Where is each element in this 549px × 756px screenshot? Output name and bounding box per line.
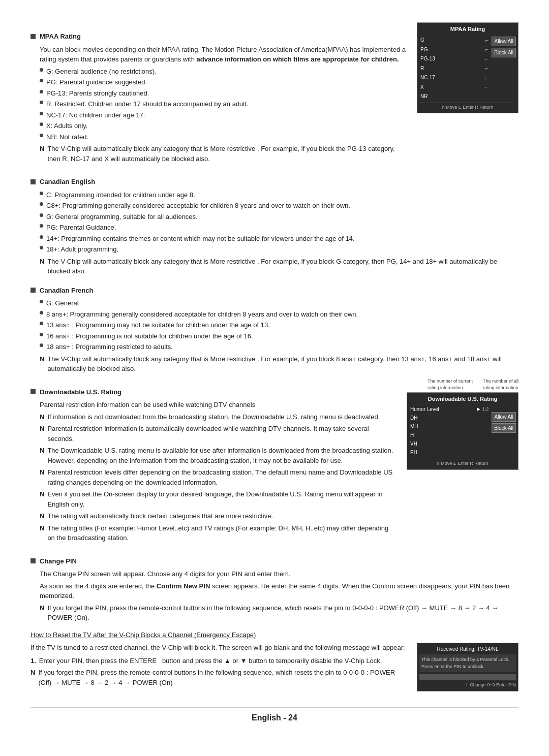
how-to-reset-note: N If you forget the PIN, press the remot… bbox=[30, 668, 407, 687]
mpaa-row-pg: PG⌐ bbox=[419, 45, 490, 54]
emergency-escape-box: Received Rating: TV-14/NL This channel i… bbox=[417, 643, 518, 691]
dus-block-all-button[interactable]: Block All bbox=[492, 423, 516, 433]
canadian-english-title: Canadian English bbox=[40, 177, 95, 187]
mpaa-title: MPAA Rating bbox=[40, 32, 81, 42]
list-item: NC-17: No children under age 17. bbox=[40, 110, 407, 120]
downloadable-rating-box: Downloadable U.S. Rating Humor Level ▶ 1… bbox=[407, 392, 518, 470]
lock-icon: ⌐ bbox=[485, 55, 489, 64]
dus-row-dh: DH bbox=[409, 414, 490, 422]
downloadable-intro: Parental restriction information can be … bbox=[40, 400, 396, 410]
bullet-dot bbox=[40, 235, 43, 239]
dus-row-eh: EH bbox=[409, 448, 490, 457]
how-to-reset-heading: How to Reset the TV after the V-Chip Blo… bbox=[30, 630, 518, 640]
mpaa-buttons: Allow All Block All bbox=[492, 37, 516, 101]
list-item: 13 ans+ : Programming may not be suitabl… bbox=[40, 320, 518, 330]
dus-label-current: The number of currentrating information bbox=[428, 378, 473, 392]
list-item: 14+: Programming contains themes or cont… bbox=[40, 234, 518, 244]
how-to-reset-step1: 1. Enter your PIN, then press the ENTERE… bbox=[30, 656, 407, 666]
change-pin-title: Change PIN bbox=[40, 556, 77, 566]
bullet-dot bbox=[40, 68, 43, 72]
change-pin-body: The Change PIN screen will appear. Choos… bbox=[40, 569, 518, 623]
list-item: PG-13: Parents strongly cautioned. bbox=[40, 88, 407, 99]
mpaa-block-all-button[interactable]: Block All bbox=[492, 48, 516, 57]
section-icon bbox=[30, 179, 36, 184]
bullet-dot bbox=[40, 112, 43, 115]
list-item: NR: Not rated. bbox=[40, 132, 407, 142]
dus-label-all: The number of allrating information bbox=[483, 378, 518, 392]
downloadable-note-1: N If information is not downloaded from … bbox=[40, 412, 396, 422]
ee-nav: ⇧ Change 0~9 Enter PIN bbox=[419, 682, 516, 689]
mpaa-box-title: MPAA Rating bbox=[419, 25, 516, 34]
canadian-french-section: Canadian French G: General 8 ans+: Progr… bbox=[30, 286, 518, 374]
bullet-dot bbox=[40, 333, 43, 336]
dus-row-vh: VH bbox=[409, 439, 490, 448]
list-item: 18+: Adult programming. bbox=[40, 244, 518, 255]
lock-icon: ⌐ bbox=[485, 74, 489, 82]
dus-outer: The number of currentrating information … bbox=[407, 378, 518, 470]
canadian-english-section: Canadian English C: Programming intended… bbox=[30, 177, 518, 276]
canadian-english-bullet-list: C: Programming intended for children und… bbox=[40, 190, 518, 255]
emergency-escape-box-container: Received Rating: TV-14/NL This channel i… bbox=[417, 643, 518, 691]
page-number: English - 24 bbox=[252, 713, 297, 722]
ee-box-body: This channel is blocked by a Parental Lo… bbox=[419, 654, 516, 672]
mpaa-bullet-list: G: General audience (no restrictions). P… bbox=[40, 67, 407, 142]
list-item: G: General programming, suitable for all… bbox=[40, 212, 518, 222]
mpaa-row-nc17: NC-17⌐ bbox=[419, 73, 490, 83]
list-item: G: General bbox=[40, 298, 518, 308]
mpaa-box-inner: G⌐ PG⌐ PG-13⌐ R⌐ NC-17⌐ X⌐ NR Allow All … bbox=[419, 36, 516, 101]
mpaa-row-nr: NR bbox=[419, 92, 490, 101]
bullet-dot bbox=[40, 134, 43, 137]
section-icon bbox=[30, 389, 36, 394]
bullet-dot bbox=[40, 213, 43, 217]
bullet-dot bbox=[40, 202, 43, 206]
section-icon bbox=[30, 558, 36, 563]
lock-icon: ⌐ bbox=[485, 36, 489, 45]
mpaa-allow-all-button[interactable]: Allow All bbox=[492, 37, 516, 46]
list-item: PG: Parental Guidance. bbox=[40, 223, 518, 233]
mpaa-row-pg13: PG-13⌐ bbox=[419, 54, 490, 64]
downloadable-note-4: N Parental restriction levels differ dep… bbox=[40, 467, 396, 487]
bullet-dot bbox=[40, 246, 43, 249]
list-item: C: Programming intended for children und… bbox=[40, 190, 518, 200]
bullet-dot bbox=[40, 300, 43, 303]
downloadable-note-6: N The rating will automatically block ce… bbox=[40, 511, 396, 521]
list-item: 18 ans+ : Programming restricted to adul… bbox=[40, 342, 518, 352]
dus-row-h: H bbox=[409, 431, 490, 439]
dus-ratings-list: Humor Level ▶ 1:2 DH MH H VH EH bbox=[409, 405, 490, 457]
mpaa-text: MPAA Rating You can block movies dependi… bbox=[30, 22, 407, 168]
downloadable-box-container: The number of currentrating information … bbox=[407, 378, 518, 470]
dus-box-inner: Humor Level ▶ 1:2 DH MH H VH EH bbox=[409, 405, 516, 457]
canadian-english-body: C: Programming intended for children und… bbox=[40, 190, 518, 276]
how-to-reset-text: If the TV is tuned to a restricted chann… bbox=[30, 643, 407, 689]
canadian-french-body: G: General 8 ans+: Programming generally… bbox=[40, 298, 518, 374]
list-item: 8 ans+: Programming generally considered… bbox=[40, 309, 518, 320]
dus-row-humor: Humor Level ▶ 1:2 bbox=[409, 405, 490, 414]
mpaa-intro: You can block movies depending on their … bbox=[40, 45, 407, 65]
lock-icon: ⌐ bbox=[485, 64, 489, 73]
mpaa-row-x: X⌐ bbox=[419, 82, 490, 92]
lock-icon: ⌐ bbox=[485, 45, 489, 54]
downloadable-note-2: N Parental restriction information is au… bbox=[40, 424, 396, 444]
dus-buttons: Allow All Block All bbox=[492, 412, 516, 457]
downloadable-note-5: N Even if you set the On-screen display … bbox=[40, 489, 396, 509]
downloadable-note-7: N The rating titles (For example: Humor … bbox=[40, 523, 396, 543]
dus-allow-all-button[interactable]: Allow All bbox=[492, 412, 516, 422]
mpaa-box-container: MPAA Rating G⌐ PG⌐ PG-13⌐ R⌐ NC-17⌐ X⌐ N… bbox=[417, 22, 518, 113]
canadian-french-note: N The V-Chip will automatically block an… bbox=[40, 354, 518, 374]
ee-pin-bar bbox=[419, 674, 516, 680]
downloadable-note-3: N The Downloadable U.S. rating menu is a… bbox=[40, 446, 396, 465]
dus-column-labels: The number of currentrating information … bbox=[407, 378, 518, 392]
list-item: PG: Parental guidance suggested. bbox=[40, 77, 407, 87]
how-to-reset-content: If the TV is tuned to a restricted chann… bbox=[30, 643, 518, 691]
mpaa-header: MPAA Rating bbox=[30, 32, 407, 42]
mpaa-body: You can block movies depending on their … bbox=[40, 45, 407, 164]
change-pin-confirm: As soon as the 4 digits are entered, the… bbox=[40, 581, 518, 601]
canadian-french-bullet-list: G: General 8 ans+: Programming generally… bbox=[40, 298, 518, 352]
mpaa-rating-box: MPAA Rating G⌐ PG⌐ PG-13⌐ R⌐ NC-17⌐ X⌐ N… bbox=[417, 22, 518, 113]
page-footer: English - 24 bbox=[30, 707, 518, 724]
canadian-french-title: Canadian French bbox=[40, 286, 93, 296]
list-item: G: General audience (no restrictions). bbox=[40, 67, 407, 77]
bullet-dot bbox=[40, 322, 43, 325]
change-pin-section: Change PIN The Change PIN screen will ap… bbox=[30, 556, 518, 623]
mpaa-section: MPAA Rating You can block movies dependi… bbox=[30, 22, 518, 168]
